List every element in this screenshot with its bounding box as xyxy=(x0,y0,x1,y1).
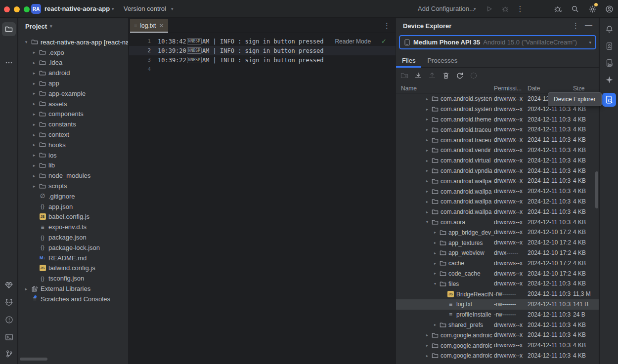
tree-item-scripts[interactable]: ▸scripts xyxy=(18,181,129,191)
chevron-right-icon[interactable]: ▸ xyxy=(30,60,38,65)
tree-item-expo[interactable]: ▸.expo xyxy=(18,47,129,58)
close-icon[interactable]: ✕ xyxy=(159,22,164,29)
debug-icon[interactable] xyxy=(500,4,510,14)
tree-item-gitignore[interactable]: ∅.gitignore xyxy=(18,191,129,202)
more-icon[interactable]: ⋮ xyxy=(572,21,579,30)
file-row-com-android-traceu[interactable]: ▸com.android.traceudrwxrwx--x2024-12-11 … xyxy=(396,124,599,135)
file-row-com-android-wallpa[interactable]: ▸com.android.wallpadrwxrwx--x2024-12-11 … xyxy=(396,197,599,207)
tree-item-tsconfig-json[interactable]: {}tsconfig.json xyxy=(18,273,129,283)
more-icon[interactable]: ⋮ xyxy=(515,4,525,14)
chevron-right-icon[interactable]: ▸ xyxy=(30,173,38,178)
chevron-right-icon[interactable]: ▸ xyxy=(424,333,431,337)
git-branch-icon[interactable] xyxy=(2,347,16,361)
column-size[interactable]: Size xyxy=(573,85,584,92)
device-selector[interactable]: Medium Phone API 35 Android 15.0 ("Vanil… xyxy=(399,35,596,49)
file-row-com-google-androic[interactable]: ▸com.google.androicdrwxrwx--x2024-12-11 … xyxy=(396,340,599,351)
file-row-code-cache[interactable]: ▸code_cachedrwxrws--x2024-12-10 17:24 KB xyxy=(396,269,599,279)
tab-files[interactable]: Files xyxy=(396,53,421,68)
tree-item-context[interactable]: ▸context xyxy=(18,129,129,140)
file-row-log-txt[interactable]: ≡log.txt-rw-------2024-12-11 10:3141 B xyxy=(396,299,599,310)
tree-item-babel-config-js[interactable]: JSbabel.config.js xyxy=(18,212,129,222)
tree-item-react-native-aora-app-react-nat[interactable]: ▾react-native-aora-app [react-nat xyxy=(18,37,129,47)
chevron-right-icon[interactable]: ▸ xyxy=(424,200,431,204)
tree-item-assets[interactable]: ▸assets xyxy=(18,99,129,109)
horizontal-scrollbar[interactable] xyxy=(20,358,47,361)
chevron-right-icon[interactable]: ▸ xyxy=(30,112,38,117)
tab-log-txt[interactable]: ≡ log.txt ✕ xyxy=(130,19,168,33)
chevron-right-icon[interactable]: ▸ xyxy=(30,184,38,189)
minimize-panel-icon[interactable]: — xyxy=(585,20,592,29)
project-panel-header[interactable]: Project ▾ xyxy=(18,18,128,34)
file-row-app-webview[interactable]: ▸app_webviewdrwx------2024-12-10 17:24 K… xyxy=(396,248,599,258)
chevron-right-icon[interactable]: ▸ xyxy=(424,107,431,112)
project-name-menu[interactable]: react-native-aora-app xyxy=(44,5,110,12)
minimize-window-button[interactable] xyxy=(14,6,20,12)
attach-debugger-icon[interactable] xyxy=(553,4,563,14)
chevron-right-icon[interactable]: ▸ xyxy=(30,132,38,137)
zoom-window-button[interactable] xyxy=(24,6,30,12)
tree-item-components[interactable]: ▸components xyxy=(18,109,129,120)
chevron-right-icon[interactable]: ▸ xyxy=(432,230,439,235)
file-row-com-google-androic[interactable]: ▸com.google.androicdrwxrwx--x2024-12-11 … xyxy=(396,351,599,361)
device-manager-icon[interactable] xyxy=(602,56,616,70)
file-row-profileinstalle[interactable]: ≡profileInstalle-rw-------2024-12-11 10:… xyxy=(396,310,599,320)
log-line-4[interactable]: 4 xyxy=(129,65,396,74)
vertical-scrollbar[interactable] xyxy=(595,171,598,208)
log-line-3[interactable]: 310:39:22NNBSPAM | INFO : sign in button… xyxy=(129,55,396,65)
chevron-right-icon[interactable]: ▸ xyxy=(424,168,431,173)
run-icon[interactable] xyxy=(485,4,494,14)
tree-item-tailwind-config-js[interactable]: JStailwind.config.js xyxy=(18,263,129,274)
run-configuration-selector[interactable]: Add Configuration... xyxy=(418,5,475,12)
chevron-right-icon[interactable]: ▸ xyxy=(30,91,38,96)
column-permissions[interactable]: Permissi... xyxy=(494,85,522,92)
file-row-com-android-wallpa[interactable]: ▸com.android.wallpadrwxrwx--x2024-12-11 … xyxy=(396,176,599,186)
tree-item-package-lock-json[interactable]: {}package-lock.json xyxy=(18,243,129,253)
file-row-com-android-wallpa[interactable]: ▸com.android.wallpadrwxrwx--x2024-12-11 … xyxy=(396,207,599,217)
tree-item-readme-md[interactable]: M↓README.md xyxy=(18,253,129,263)
file-row-files[interactable]: ▾filesdrwxrwx--x2024-12-11 10:34 KB xyxy=(396,279,599,289)
column-name[interactable]: Name xyxy=(401,85,417,92)
tab-processes[interactable]: Processes xyxy=(421,53,463,68)
chevron-right-icon[interactable]: ▸ xyxy=(432,271,439,276)
chevron-right-icon[interactable]: ▸ xyxy=(424,117,431,121)
file-row-com-android-virtual[interactable]: ▸com.android.virtualdrwxrwx--x2024-12-11… xyxy=(396,156,599,166)
more-icon[interactable]: ⋮ xyxy=(383,21,391,30)
tree-item-idea[interactable]: ▸.idea xyxy=(18,58,129,68)
file-row-com-google-androic[interactable]: ▸com.google.androicdrwxrwx--x2024-12-11 … xyxy=(396,330,599,340)
profile-avatar-icon[interactable] xyxy=(604,4,614,14)
reader-mode-widget[interactable]: Reader Mode ✓ xyxy=(335,38,387,45)
tree-item-lib[interactable]: ▸lib xyxy=(18,161,129,171)
file-row-com-android-vendir[interactable]: ▸com.android.vendirdrwxrwx--x2024-12-11 … xyxy=(396,145,599,156)
file-row-app-bridge-dev[interactable]: ▸app_bridge_dev_drwxrwx--x2024-12-10 17:… xyxy=(396,227,599,238)
chevron-right-icon[interactable]: ▸ xyxy=(22,286,30,291)
tree-item-constants[interactable]: ▸constants xyxy=(18,119,129,129)
gem-icon[interactable] xyxy=(2,278,16,292)
chevron-down-icon[interactable]: ▾ xyxy=(424,220,431,224)
refresh-icon[interactable] xyxy=(455,71,464,80)
tree-item-external-libraries[interactable]: ▸External Libraries xyxy=(18,283,129,294)
chevron-right-icon[interactable]: ▸ xyxy=(424,159,431,163)
log-line-2[interactable]: 210:39:20NNBSPAM | INFO : sign in button… xyxy=(129,46,396,55)
settings-gear-icon[interactable] xyxy=(587,4,597,14)
logcat-cat-icon[interactable] xyxy=(2,295,16,309)
chevron-right-icon[interactable]: ▸ xyxy=(424,343,431,348)
search-icon[interactable] xyxy=(570,4,580,14)
file-row-cache[interactable]: ▸cachedrwxrws--x2024-12-10 17:24 KB xyxy=(396,258,599,269)
chevron-right-icon[interactable]: ▸ xyxy=(30,122,38,127)
tree-item-app-json[interactable]: {}app.json xyxy=(18,202,129,212)
tree-item-package-json[interactable]: {}package.json xyxy=(18,232,129,243)
chevron-right-icon[interactable]: ▸ xyxy=(432,323,439,327)
chevron-right-icon[interactable]: ▸ xyxy=(30,142,38,147)
running-devices-icon[interactable] xyxy=(602,39,616,53)
file-row-shared-prefs[interactable]: ▸shared_prefsdrwxrwx--x2024-12-11 10:34 … xyxy=(396,320,599,330)
project-folder-icon[interactable] xyxy=(2,22,16,36)
terminal-icon[interactable] xyxy=(2,330,16,344)
device-explorer-icon[interactable] xyxy=(602,93,616,107)
chevron-down-icon[interactable]: ▾ xyxy=(22,40,30,44)
tree-item-ios[interactable]: ▸ios xyxy=(18,150,129,161)
notifications-bell-icon[interactable] xyxy=(602,22,616,36)
file-row-bridgereactn[interactable]: JSBridgeReactN-rw-------2024-12-11 10:31… xyxy=(396,289,599,299)
chevron-right-icon[interactable]: ▸ xyxy=(424,138,431,142)
chevron-right-icon[interactable]: ▸ xyxy=(424,354,431,358)
new-folder-icon[interactable] xyxy=(400,71,409,80)
